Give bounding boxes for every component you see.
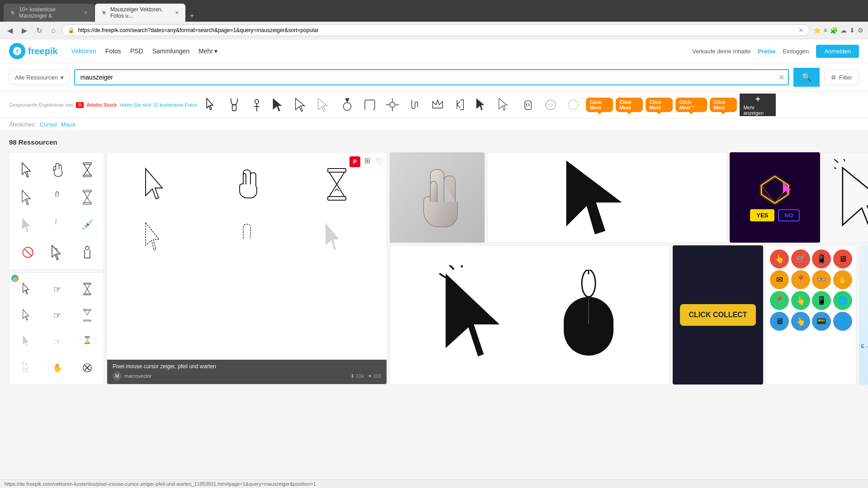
tab-inactive[interactable]: 🖱 10+ kostenlose Mauszeiger & ✕ [4, 4, 94, 22]
outline-spiky-arrow-card[interactable] [823, 152, 868, 243]
sponsored-icon-13[interactable] [473, 95, 493, 115]
cursor-icon-hand2[interactable] [51, 189, 64, 205]
menu-icon[interactable]: ≡ [824, 27, 827, 34]
nav-right: Verkaufe deine Inhalte Preise Einloggen … [692, 45, 859, 58]
image-grid: 💉 🚫 ? 👑 ☞ [9, 152, 859, 385]
tab-close-active[interactable]: ✕ [175, 10, 179, 16]
sponsored-icon-15[interactable] [518, 95, 538, 115]
forward-button[interactable]: ▶ [19, 25, 30, 36]
sponsored-icon-3[interactable] [247, 95, 267, 115]
favorite-button[interactable]: ♡ [376, 156, 383, 166]
url-clear-button[interactable]: ✕ [798, 27, 804, 34]
nav-anmelden[interactable]: Anmelden [816, 45, 859, 58]
sponsored-icon-1[interactable] [202, 95, 222, 115]
cursor-icon-small-2[interactable]: ☞ [44, 277, 71, 301]
address-bar[interactable]: 🔒 ✕ [62, 24, 810, 36]
click-collect-badge: CLICK COLLECT [680, 304, 756, 325]
bookmark-icon[interactable]: ⭐ [813, 27, 821, 34]
nav-preise[interactable]: Preise [758, 48, 776, 55]
search-button[interactable]: 🔍 [793, 68, 820, 87]
diamond-neon-card[interactable]: YES NO [730, 152, 820, 243]
cursor-icon-small-10[interactable]: ? [14, 356, 41, 380]
cursor-icon-hourglass2[interactable] [82, 189, 93, 205]
cursor-icon-small-7[interactable] [14, 330, 41, 353]
cursor-icon-arrow2[interactable] [21, 189, 34, 205]
filter-button[interactable]: ⚙ Filter [824, 70, 859, 85]
sponsored-icon-14[interactable] [495, 95, 515, 115]
extensions-icon[interactable]: 🧩 [830, 27, 838, 34]
large-black-arrow-card[interactable] [487, 152, 727, 243]
sponsored-icon-10[interactable] [405, 95, 425, 115]
sponsored-icon-6[interactable] [315, 95, 335, 115]
nav-sammlungen[interactable]: Sammlungen [152, 47, 190, 55]
nav-fotos[interactable]: Fotos [105, 47, 121, 55]
tab-active[interactable]: 🖱 Mauszeiger Vektoren, Fotos u... ✕ [95, 4, 185, 22]
grid-button[interactable]: ⊞ [364, 156, 370, 165]
home-button[interactable]: ⌂ [48, 25, 58, 35]
cursor-icon-question[interactable]: ? [51, 244, 64, 260]
back-button[interactable]: ◀ [5, 25, 15, 36]
click-meet-strip-2[interactable]: Click Meet [616, 95, 643, 115]
nav-mehr[interactable]: Mehr ▾ [198, 47, 217, 55]
nav-vektoren[interactable]: Vektoren [71, 47, 96, 55]
cursor-icon-hourglass[interactable] [82, 162, 93, 178]
cursor-icon-arrow3[interactable] [21, 217, 34, 233]
resource-select[interactable]: Alle Ressourcen ▾ [9, 70, 70, 85]
cursor-icon-hand3[interactable] [51, 217, 64, 233]
reload-button[interactable]: ↻ [33, 25, 45, 36]
cursor-icon-small-8[interactable]: ☞ [44, 330, 71, 353]
featured-pixel-card[interactable]: ♡ ⊞ P [107, 152, 387, 385]
sponsored-icon-8[interactable] [360, 95, 380, 115]
sync-icon[interactable]: ☁ [840, 27, 847, 34]
svg-marker-39 [23, 336, 29, 347]
sponsored-icon-9[interactable] [382, 95, 402, 115]
svg-line-61 [844, 159, 845, 161]
nav-einloggen[interactable]: Einloggen [783, 48, 809, 55]
url-input[interactable] [78, 27, 795, 33]
sponsored-icon-17[interactable] [563, 95, 583, 115]
sponsored-icon-5[interactable] [292, 95, 312, 115]
cursor-icon-small-5[interactable]: ☞ [44, 304, 71, 327]
cursor-icon-small-9[interactable]: ⌛ [74, 330, 101, 353]
mehr-anzeigen-strip[interactable]: + Mehr anzeigen [740, 94, 776, 116]
cursor-icon-small-4[interactable] [14, 304, 41, 327]
cursor-icon-small-11[interactable]: ✋ [44, 356, 71, 380]
nav-psd[interactable]: PSD [130, 47, 143, 55]
search-input[interactable] [75, 70, 775, 84]
click-meet-strip-5[interactable]: Click Meet [710, 95, 737, 115]
sponsored-icon-16[interactable] [541, 95, 561, 115]
click-meet-strip-1[interactable]: Click Meet [586, 95, 613, 115]
large-cursor-motion-card[interactable] [390, 245, 670, 385]
cursor-icon-hand4[interactable] [81, 244, 94, 260]
cursor-icon-small-1[interactable] [14, 277, 41, 301]
click-meet-strip-4[interactable]: Click Meet " [675, 95, 707, 115]
cursor-icon-small-12[interactable] [74, 356, 101, 380]
cursor-icon-hand[interactable] [51, 162, 64, 178]
ecommerce-card[interactable]: E - Commerce Concept [859, 245, 868, 385]
search-clear-button[interactable]: ✕ [775, 73, 788, 82]
freepik-logo[interactable]: f freepik [9, 43, 58, 59]
sponsored-icon-12[interactable] [450, 95, 470, 115]
settings-icon[interactable]: ⚙ [858, 27, 863, 34]
cursor-icon-small-3[interactable] [74, 277, 101, 301]
click-meet-strip-3[interactable]: Click Meet [646, 95, 673, 115]
tag-cursor[interactable]: Cursor [40, 121, 57, 128]
cursor-icon-arrow[interactable] [21, 162, 34, 178]
sponsored-icon-7[interactable] [337, 95, 357, 115]
click-collect-card[interactable]: CLICK COLLECT [673, 245, 763, 385]
nav-verkaufe[interactable]: Verkaufe deine Inhalte [692, 48, 750, 55]
tab-close[interactable]: ✕ [84, 10, 88, 16]
cursor-icon-small-6[interactable] [74, 304, 101, 327]
tag-maus[interactable]: Maus [61, 121, 75, 128]
download-icon[interactable]: ⬇ [849, 27, 855, 34]
hand-3d-card[interactable] [390, 152, 485, 243]
sponsored-icon-4[interactable] [269, 95, 289, 115]
new-tab-button[interactable]: + [186, 10, 198, 22]
icons-grid-card[interactable]: 👆 🛒 📱 🖥 ✉ 📍 👓 ✋ 📍 👆 📱 🌐 [766, 245, 856, 385]
sponsored-icon-11[interactable] [428, 95, 448, 115]
sponsored-icon-2[interactable] [224, 95, 244, 115]
get-free-link[interactable]: Holen Sie sich 10 kostenlose Fotos [120, 102, 198, 108]
cursor-icon-syringe[interactable]: 💉 [81, 219, 94, 231]
cursor-icon-no[interactable]: 🚫 [22, 247, 34, 258]
pinterest-button[interactable]: P [349, 156, 360, 167]
